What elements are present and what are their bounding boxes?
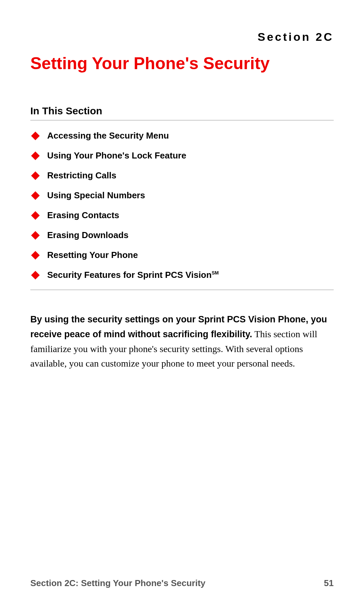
body-paragraph: By using the security settings on your S… [30,312,334,371]
divider-bottom [30,290,334,290]
diamond-icon [31,151,39,160]
diamond-icon [31,211,39,220]
diamond-icon [31,171,39,180]
list-item-label: Accessing the Security Menu [47,131,169,141]
list-item: Using Special Numbers [32,190,334,201]
list-item: Erasing Contacts [32,210,334,221]
list-item: Accessing the Security Menu [32,131,334,141]
list-item-label: Security Features for Sprint PCS VisionS… [47,270,219,280]
diamond-icon [31,132,39,140]
list-item-label: Erasing Downloads [47,230,128,240]
subsection-title: In This Section [30,105,334,117]
divider-top [30,120,334,120]
list-item: Resetting Your Phone [32,250,334,260]
list-item: Restricting Calls [32,170,334,181]
list-item: Security Features for Sprint PCS VisionS… [32,270,334,280]
footer-page-number: 51 [324,578,334,588]
list-item-label: Using Your Phone's Lock Feature [47,150,186,161]
page-title: Setting Your Phone's Security [30,54,334,73]
list-item-label: Using Special Numbers [47,190,145,201]
diamond-icon [31,271,39,279]
diamond-icon [31,231,39,239]
list-item-label: Resetting Your Phone [47,250,138,260]
section-label: Section 2C [30,30,334,44]
section-list: Accessing the Security Menu Using Your P… [30,131,334,280]
list-item: Using Your Phone's Lock Feature [32,150,334,161]
list-item-label: Restricting Calls [47,170,116,181]
list-item: Erasing Downloads [32,230,334,240]
list-item-label: Erasing Contacts [47,210,119,221]
diamond-icon [31,191,39,200]
page-footer: Section 2C: Setting Your Phone's Securit… [30,578,334,588]
diamond-icon [31,251,39,259]
footer-left: Section 2C: Setting Your Phone's Securit… [30,578,206,588]
sm-mark: SM [212,270,219,276]
